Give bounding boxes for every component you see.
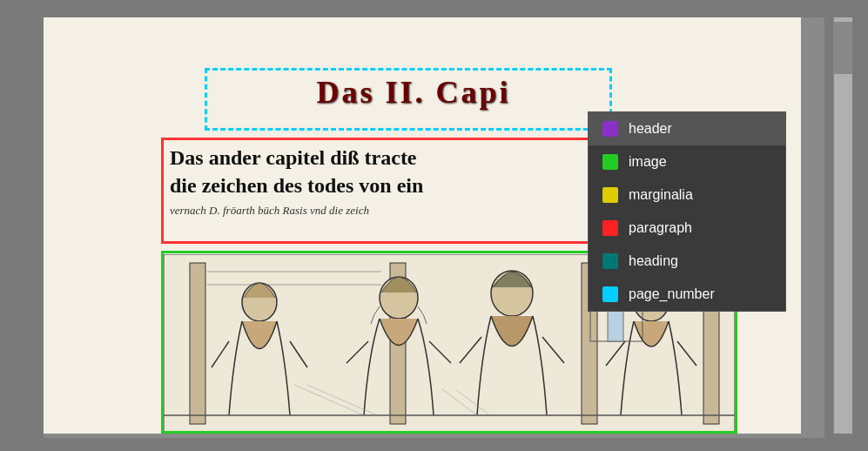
marginalia-label: marginalia <box>629 187 693 203</box>
header-text-area: Das II. Capi <box>218 74 609 125</box>
svg-rect-21 <box>608 311 623 341</box>
page-number-label: page_number <box>629 286 715 302</box>
dropdown-item-image[interactable]: image <box>589 145 785 178</box>
header-label: header <box>629 121 672 137</box>
header-color-dot <box>602 121 618 137</box>
paragraph-color-dot <box>602 220 618 236</box>
image-color-dot <box>602 154 618 170</box>
heading-color-dot <box>602 253 618 269</box>
svg-rect-2 <box>190 263 205 424</box>
app-window: Das II. Capi Das ander capitel diß tract… <box>0 0 868 451</box>
top-bar <box>0 0 868 17</box>
image-label: image <box>629 154 667 170</box>
marginalia-color-dot <box>602 187 618 203</box>
page-number-color-dot <box>602 286 618 302</box>
heading-label: heading <box>629 253 678 269</box>
dropdown-menu[interactable]: header image marginalia paragraph headin… <box>588 111 786 312</box>
dropdown-item-paragraph[interactable]: paragraph <box>589 212 785 245</box>
paragraph-label: paragraph <box>629 220 692 236</box>
dropdown-item-marginalia[interactable]: marginalia <box>589 178 785 212</box>
left-panel <box>0 0 44 451</box>
dropdown-item-header[interactable]: header <box>589 112 785 145</box>
document-area: Das II. Capi Das ander capitel diß tract… <box>44 17 801 434</box>
scrollbar[interactable] <box>833 17 852 434</box>
scrollbar-thumb[interactable] <box>834 22 852 74</box>
dropdown-item-heading[interactable]: heading <box>589 245 785 278</box>
header-gothic-text: Das II. Capi <box>316 75 510 110</box>
bottom-bar <box>0 438 868 451</box>
dropdown-item-page-number[interactable]: page_number <box>589 278 785 311</box>
